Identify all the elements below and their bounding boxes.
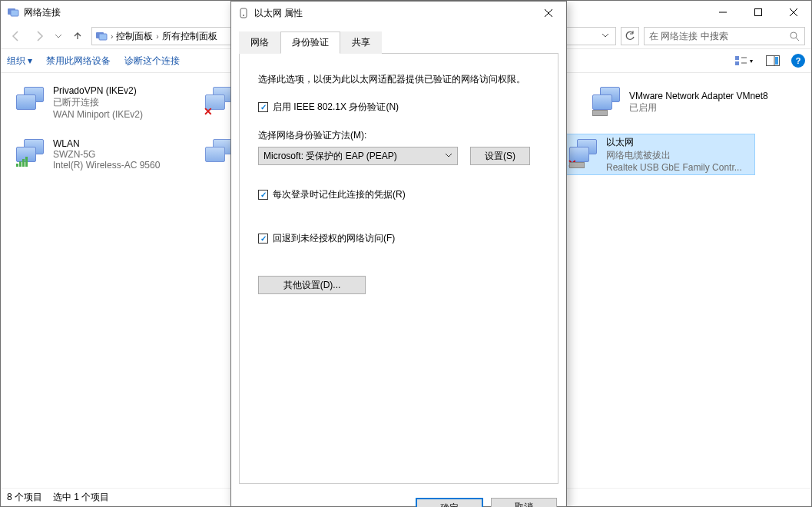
svg-rect-1 [11,10,18,16]
properties-icon [237,7,250,19]
description-text: 选择此选项，以便为此以太网适配器提供已验证的网络访问权限。 [258,72,539,87]
connection-device: Intel(R) Wireless-AC 9560 [53,160,160,171]
svg-rect-10 [735,56,739,60]
search-placeholder: 在 网络连接 中搜索 [649,30,728,43]
dropdown-chevron-icon[interactable] [602,31,609,41]
chevron-down-icon [445,151,452,161]
help-button[interactable]: ? [791,54,805,68]
fallback-checkbox[interactable]: ✓ [258,234,268,244]
tab-panel-authentication: 选择此选项，以便为此以太网适配器提供已验证的网络访问权限。 ✓ 启用 IEEE … [239,54,558,484]
connection-item[interactable]: WLAN SWZN-5G Intel(R) Wireless-AC 9560 [10,134,202,175]
dialog-titlebar: 以太网 属性 [231,2,566,25]
auth-method-select[interactable]: Microsoft: 受保护的 EAP (PEAP) [258,147,458,165]
wifi-icon [13,135,50,172]
dialog-title: 以太网 属性 [254,7,303,20]
item-count: 8 个项目 [7,491,42,504]
dialog-footer: 确定 取消 [231,492,566,507]
svg-line-9 [796,38,799,41]
back-button[interactable] [7,27,25,45]
close-button[interactable] [776,1,811,24]
connection-item[interactable]: ✕ [202,81,233,123]
search-input[interactable]: 在 网络连接 中搜索 [644,27,805,45]
view-options-button[interactable]: ▾ [733,52,754,69]
refresh-button[interactable] [621,27,639,45]
connection-device: Realtek USB GbE Family Contr... [606,162,742,173]
network-icon [7,6,19,18]
remember-credentials-checkbox[interactable]: ✓ [258,190,268,200]
recent-dropdown[interactable] [53,27,64,45]
svg-rect-16 [775,57,778,65]
connection-name: 以太网 [606,136,742,149]
minimize-button[interactable] [705,1,741,24]
connection-item[interactable]: ✕ 以太网 网络电缆被拔出 Realtek USB GbE Family Con… [563,134,755,175]
maximize-button[interactable] [741,1,776,24]
network-adapter-icon [589,83,626,120]
search-icon [789,31,800,41]
auth-method-label: 选择网络身份验证方法(M): [258,129,539,142]
svg-rect-17 [240,8,247,18]
remember-credentials-label: 每次登录时记住此连接的凭据(R) [273,188,406,201]
connection-name: WLAN [53,138,160,149]
chevron-right-icon: › [156,32,158,41]
additional-settings-button[interactable]: 其他设置(D)... [258,276,366,294]
svg-rect-7 [99,34,107,40]
connection-status: 已断开连接 [53,96,143,109]
connection-status: SWZN-5G [53,149,160,160]
connection-item[interactable] [202,134,233,175]
enable-8021x-checkbox[interactable]: ✓ [258,102,268,112]
connection-name: VMware Network Adapter VMnet8 [629,91,768,101]
connection-item[interactable]: VMware Network Adapter VMnet8 已启用 [586,81,778,123]
cancel-button[interactable]: 取消 [491,498,557,507]
enable-8021x-label: 启用 IEEE 802.1X 身份验证(N) [273,101,399,114]
breadcrumb-item[interactable]: 控制面板 [116,30,153,43]
tab-authentication[interactable]: 身份验证 [280,31,340,54]
connection-item[interactable]: PrivadoVPN (IKEv2) 已断开连接 WAN Miniport (I… [10,81,202,123]
ethernet-properties-dialog: 以太网 属性 网络 身份验证 共享 选择此选项，以便为此以太网适配器提供已验证的… [230,1,567,507]
up-button[interactable] [68,27,87,45]
tab-strip: 网络 身份验证 共享 [239,31,558,54]
tab-network[interactable]: 网络 [239,31,280,54]
auth-method-value: Microsoft: 受保护的 EAP (PEAP) [263,150,397,163]
breadcrumb-item[interactable]: 所有控制面板 [162,30,217,43]
error-overlay-icon: ✕ [204,105,213,118]
network-connections-window: 网络连接 › 控制面板 › 所有控制面板 在 网络连接 中搜索 组织 ▾ 禁用此… [0,0,812,507]
settings-button[interactable]: 设置(S) [470,147,530,165]
ethernet-icon: ✕ [566,135,603,172]
disable-device-button[interactable]: 禁用此网络设备 [46,55,111,68]
preview-pane-button[interactable] [762,52,784,69]
svg-rect-3 [755,9,762,16]
control-panel-icon [95,30,108,42]
organize-menu[interactable]: 组织 ▾ [7,55,32,68]
chevron-right-icon: › [111,32,113,41]
diagnose-button[interactable]: 诊断这个连接 [124,55,180,68]
svg-rect-11 [735,61,739,65]
connection-status: 已启用 [629,101,768,114]
ok-button[interactable]: 确定 [416,498,483,507]
selection-count: 选中 1 个项目 [53,491,109,504]
vpn-icon [13,83,50,120]
svg-point-8 [790,32,797,38]
tab-sharing[interactable]: 共享 [340,31,382,54]
dialog-close-button[interactable] [531,2,566,25]
svg-point-18 [243,15,244,16]
window-title: 网络连接 [24,6,61,19]
connection-device: WAN Miniport (IKEv2) [53,109,143,120]
forward-button[interactable] [30,27,48,45]
connection-status: 网络电缆被拔出 [606,149,742,162]
connection-name: PrivadoVPN (IKEv2) [53,85,143,96]
fallback-label: 回退到未经授权的网络访问(F) [273,232,395,245]
